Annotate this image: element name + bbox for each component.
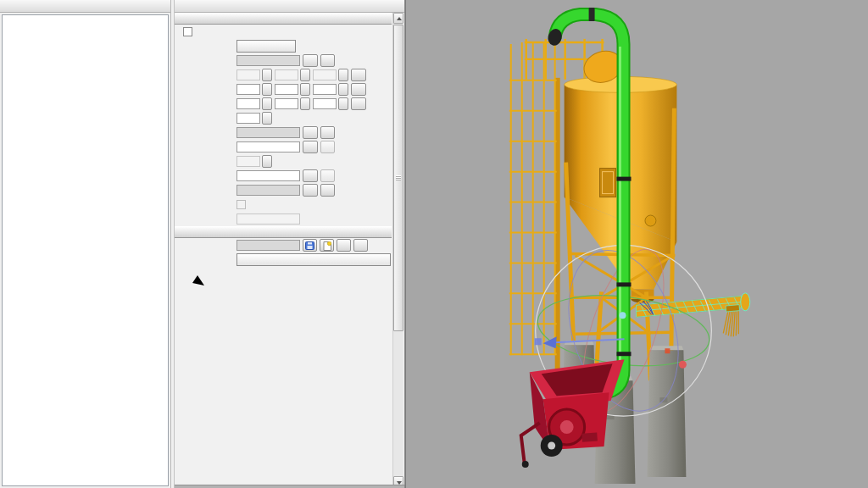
scenegraph-panel — [0, 0, 171, 488]
scroll-up-arrow[interactable] — [393, 13, 403, 24]
alpha-blending-checkbox[interactable] — [236, 200, 246, 209]
shader-source-row — [175, 238, 392, 252]
spinner-button[interactable] — [262, 97, 272, 110]
diffuse-color-r[interactable] — [236, 69, 260, 80]
browse-button[interactable] — [303, 184, 318, 197]
new-file-button[interactable] — [320, 239, 334, 252]
custom-shader-section-bar[interactable] — [175, 226, 392, 238]
bump-depth-field[interactable] — [236, 156, 260, 167]
emissive-texture-row — [175, 169, 392, 183]
gizmo-center-handle[interactable] — [620, 312, 626, 319]
material-editing-header — [175, 0, 404, 13]
delete-texture-button-disabled — [320, 141, 335, 153]
specular-texture-path[interactable] — [236, 127, 300, 138]
variation-dropdown[interactable] — [236, 253, 391, 266]
specular-color-r[interactable] — [236, 98, 260, 109]
open-file-button[interactable] — [303, 239, 317, 252]
material-editing-panel — [174, 0, 405, 488]
scrollbar-thumb[interactable] — [393, 25, 403, 331]
cube-map-row — [175, 183, 392, 197]
shader-source-path[interactable] — [236, 240, 300, 251]
shared-editing-row — [175, 25, 392, 39]
scenegraph-header — [0, 0, 170, 13]
delete-texture-button[interactable] — [320, 184, 335, 197]
ambient-color-row — [175, 82, 392, 97]
browse-button[interactable] — [303, 169, 318, 182]
material-section-bar[interactable] — [175, 13, 392, 25]
diffuse-color-b[interactable] — [313, 69, 337, 80]
normal-texture-row — [175, 140, 392, 154]
alpha-blending-row — [175, 197, 392, 212]
spinner-button[interactable] — [262, 112, 272, 125]
reload-shader-icon[interactable] — [353, 239, 368, 252]
viewport-scene[interactable] — [406, 0, 868, 487]
variation-row — [175, 252, 392, 267]
diffuse-texture-path[interactable] — [236, 55, 300, 66]
specular-color-row — [175, 97, 392, 111]
delete-texture-button[interactable] — [320, 126, 335, 139]
ambient-color-g[interactable] — [275, 84, 298, 95]
ambient-color-r[interactable] — [236, 84, 260, 95]
diffuse-color-row — [175, 68, 392, 82]
spinner-button[interactable] — [338, 97, 348, 110]
giants-editor-window — [0, 0, 868, 488]
browse-button[interactable] — [303, 141, 318, 153]
delete-texture-button-disabled — [320, 169, 335, 182]
cos-power-field[interactable] — [236, 113, 260, 124]
spinner-button[interactable] — [262, 83, 272, 96]
color-picker-button[interactable] — [351, 69, 366, 81]
browse-button[interactable] — [303, 54, 318, 67]
normal-texture-path[interactable] — [236, 141, 300, 152]
material-editing-body — [175, 13, 392, 488]
silo-knob[interactable] — [645, 215, 656, 226]
spinner-button[interactable] — [300, 97, 310, 110]
refl-row — [175, 212, 392, 226]
diffuse-color-g[interactable] — [275, 69, 298, 80]
scenegraph-tree — [2, 14, 169, 486]
material-row — [175, 39, 392, 53]
material-dropdown[interactable] — [236, 40, 296, 53]
color-picker-button[interactable] — [351, 97, 366, 110]
cos-power-row — [175, 111, 392, 125]
spinner-button[interactable] — [262, 69, 272, 81]
specular-color-g[interactable] — [275, 98, 298, 109]
refl-field[interactable] — [236, 214, 300, 225]
delete-texture-button[interactable] — [320, 54, 335, 67]
diffuse-texture-row — [175, 53, 392, 68]
gizmo-red-handle[interactable] — [679, 361, 687, 369]
material-panel-scrollbar[interactable] — [392, 13, 403, 488]
shared-editing-checkbox[interactable] — [183, 27, 192, 36]
color-picker-button[interactable] — [351, 83, 366, 96]
spinner-button[interactable] — [262, 155, 272, 168]
spinner-button[interactable] — [300, 69, 310, 81]
spinner-button[interactable] — [338, 83, 348, 96]
ambient-color-b[interactable] — [313, 84, 337, 95]
specular-color-b[interactable] — [313, 98, 337, 109]
bump-depth-row — [175, 154, 392, 169]
3d-viewport[interactable] — [405, 0, 868, 488]
material-panel-bottom-bar — [175, 485, 404, 488]
emissive-texture-path[interactable] — [236, 170, 300, 181]
delete-shader-button[interactable] — [337, 239, 351, 252]
browse-button[interactable] — [303, 126, 318, 139]
cube-map-path[interactable] — [236, 185, 300, 196]
spinner-button[interactable] — [338, 69, 348, 81]
spinner-button[interactable] — [300, 83, 310, 96]
specular-texture-row — [175, 125, 392, 140]
